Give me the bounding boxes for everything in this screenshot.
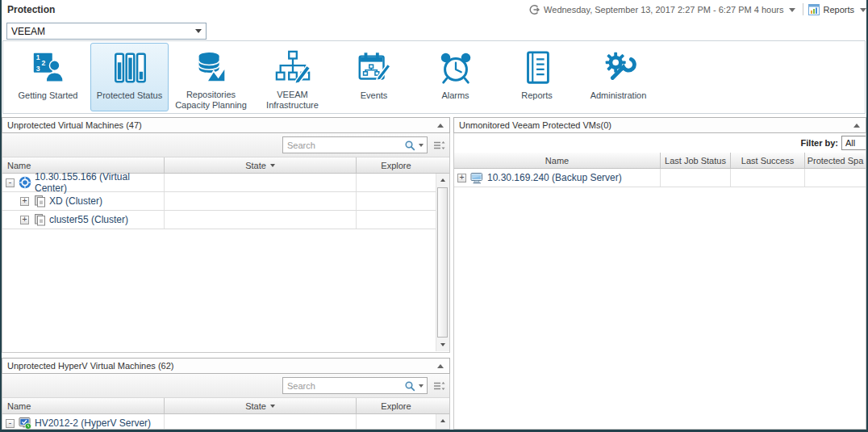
scroll-down-icon[interactable] <box>436 338 449 351</box>
state-cell <box>164 414 356 430</box>
chevron-down-icon[interactable] <box>191 29 206 33</box>
reports-button[interactable]: Reports <box>823 5 854 15</box>
timeframe-range[interactable]: Wednesday, September 13, 2017 2:27 PM - … <box>544 5 783 15</box>
search-icon[interactable] <box>404 140 415 151</box>
panel-body: Filter by: All Name Last Job Status Last… <box>453 133 866 430</box>
hyperv-server-icon <box>19 417 31 430</box>
reports-icon <box>519 48 556 88</box>
scroll-up-icon[interactable] <box>436 414 449 427</box>
filter-by-label: Filter by: <box>801 138 838 148</box>
repositories-capacity-icon <box>193 48 230 87</box>
dashboard-selector-value: VEEAM <box>7 26 191 37</box>
row-name: cluster55 (Cluster) <box>49 214 128 225</box>
row-name: HV2012-2 (HyperV Server) <box>35 417 151 429</box>
column-header-last-job-status[interactable]: Last Job Status <box>660 153 730 168</box>
column-header-name[interactable]: Name <box>454 153 660 168</box>
explore-cell[interactable] <box>356 192 436 210</box>
panel-unprotected-hyperv-virtual-machines: Unprotected HyperV Virtual Machines (62) <box>2 358 450 430</box>
grid-toolbar <box>2 374 449 398</box>
collapse-node-toggle[interactable]: - <box>6 419 15 428</box>
panel-header: Unprotected HyperV Virtual Machines (62) <box>2 358 450 374</box>
table-row[interactable]: + 10.30.169.240 (Backup Server) <box>454 169 866 187</box>
toolbar-item-protected-status[interactable]: Protected Status <box>90 43 169 111</box>
toolbar-item-reports[interactable]: Reports <box>498 43 576 111</box>
column-header-explore[interactable]: Explore <box>356 157 436 173</box>
column-header-name[interactable]: Name <box>2 398 164 413</box>
svg-text:2: 2 <box>41 59 45 67</box>
scroll-up-icon[interactable] <box>436 174 449 187</box>
search-box[interactable] <box>282 377 428 394</box>
toolbar-item-label: Administration <box>590 90 647 101</box>
toolbar-item-label: Repositories Capacity Planning <box>173 90 249 111</box>
search-input[interactable] <box>283 141 404 150</box>
filter-row: Filter by: All <box>454 133 866 153</box>
expand-node-toggle[interactable]: + <box>20 216 29 224</box>
cluster-icon <box>33 213 46 226</box>
search-options-caret-icon[interactable] <box>419 384 424 388</box>
veeam-infrastructure-icon <box>274 48 311 87</box>
row-name: 10.30.169.240 (Backup Server) <box>487 172 622 183</box>
sort-caret-icon[interactable] <box>270 405 275 408</box>
search-options-caret-icon[interactable] <box>419 144 424 147</box>
grid-toolbar <box>2 133 449 157</box>
toolbar-item-label: Getting Started <box>19 90 78 101</box>
table-row[interactable]: + cluster55 (Cluster) <box>2 211 449 229</box>
explore-cell[interactable] <box>356 211 436 229</box>
dashboard-selector[interactable]: VEEAM <box>6 23 207 40</box>
column-header-state[interactable]: State <box>164 157 356 173</box>
toolbar-item-repositories-capacity-planning[interactable]: Repositories Capacity Planning <box>172 43 250 111</box>
column-header-protected-space[interactable]: Protected Spa <box>804 153 866 168</box>
vertical-scrollbar[interactable] <box>436 174 449 351</box>
state-cell <box>164 192 356 210</box>
cluster-icon <box>33 195 46 208</box>
table-header: Name Last Job Status Last Success Protec… <box>454 153 866 169</box>
panel-title-text: Unprotected HyperV Virtual Machines (62) <box>7 361 173 371</box>
getting-started-icon: 123 <box>30 48 67 88</box>
backup-server-icon <box>470 172 484 184</box>
collapse-panel-icon[interactable] <box>853 124 860 128</box>
table-row[interactable]: - HV2012-2 (HyperV Server) <box>2 414 449 430</box>
column-header-state[interactable]: State <box>164 398 356 413</box>
panel-title-text: Unmonitored Veeam Protected VMs(0) <box>459 120 611 130</box>
events-icon <box>356 48 393 88</box>
panel-unprotected-virtual-machines: Unprotected Virtual Machines (47) <box>2 117 450 353</box>
search-input[interactable] <box>283 381 404 391</box>
toolbar-item-veeam-infrastructure[interactable]: VEEAM Infrastructure <box>253 43 332 111</box>
filter-select[interactable]: All <box>841 136 866 150</box>
timeframe-caret-icon[interactable] <box>789 8 795 12</box>
search-icon[interactable] <box>404 380 415 392</box>
search-box[interactable] <box>282 136 428 153</box>
toolbar-item-label: VEEAM Infrastructure <box>254 90 331 111</box>
reports-caret-icon[interactable] <box>860 8 866 12</box>
collapse-panel-icon[interactable] <box>437 364 444 368</box>
state-cell <box>164 211 356 229</box>
toolbar-item-getting-started[interactable]: 123 Getting Started <box>9 43 87 111</box>
scrollbar-thumb[interactable] <box>437 187 448 338</box>
collapse-node-toggle[interactable]: - <box>6 178 15 187</box>
grid-customizer-icon[interactable] <box>432 380 445 396</box>
expand-node-toggle[interactable]: + <box>20 197 29 206</box>
toolbar-item-label: Protected Status <box>97 90 162 101</box>
row-name: XD (Cluster) <box>49 195 102 207</box>
expand-node-toggle[interactable]: + <box>457 174 466 182</box>
table-row[interactable]: + XD (Cluster) <box>2 192 449 211</box>
column-header-last-success[interactable]: Last Success <box>730 153 804 168</box>
last-success-cell <box>730 169 804 187</box>
header-separator <box>803 3 803 15</box>
panel-header: Unmonitored Veeam Protected VMs(0) <box>453 117 866 133</box>
svg-text:3: 3 <box>35 65 40 73</box>
grid-customizer-icon[interactable] <box>432 139 445 155</box>
table-header: Name State Explore <box>2 398 449 414</box>
state-cell <box>164 174 356 191</box>
explore-cell[interactable] <box>356 174 436 191</box>
collapse-panel-icon[interactable] <box>437 124 444 128</box>
column-header-explore[interactable]: Explore <box>356 398 436 413</box>
toolbar-item-alarms[interactable]: Alarms <box>416 43 495 111</box>
vertical-scrollbar[interactable] <box>436 414 449 429</box>
table-row[interactable]: - 10.30.155.166 (Virtual Center) <box>2 174 449 192</box>
protected-space-cell <box>804 169 866 187</box>
sort-caret-icon[interactable] <box>270 164 275 167</box>
explore-cell[interactable] <box>356 414 436 430</box>
toolbar-item-events[interactable]: Events <box>335 43 413 111</box>
toolbar-item-administration[interactable]: Administration <box>579 43 657 111</box>
